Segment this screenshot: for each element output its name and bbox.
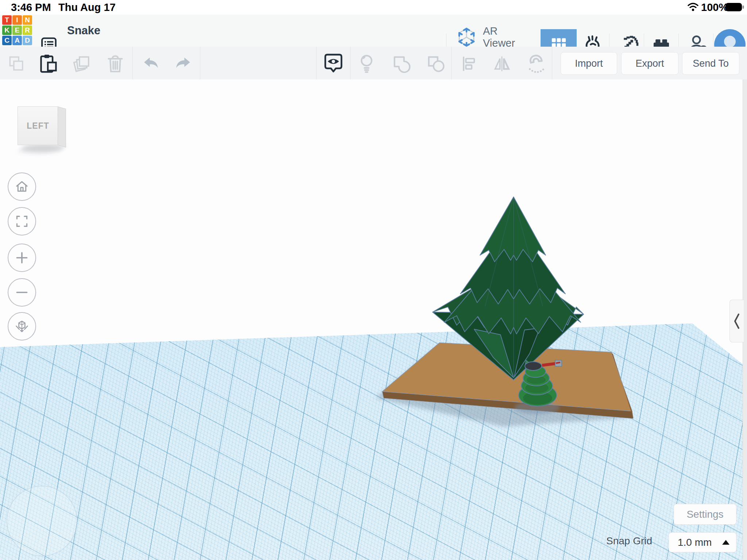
- show-all-button[interactable]: [323, 52, 344, 74]
- tinkercad-logo[interactable]: TINKERCAD: [2, 15, 32, 45]
- align-icon: [461, 55, 478, 72]
- send-to-button[interactable]: Send To: [682, 52, 739, 75]
- logo-tile-e: E: [12, 26, 22, 35]
- logo-tile-n: N: [23, 15, 32, 25]
- logo-tile-a: A: [12, 36, 22, 45]
- ar-viewer-label: AR Viewer: [483, 25, 533, 49]
- fit-view-icon: [15, 214, 29, 228]
- toolbar-divider: [132, 47, 133, 79]
- ruler-magnet-button[interactable]: [525, 53, 546, 74]
- toolbar-divider: [316, 47, 317, 79]
- lightbulb-icon: [358, 54, 375, 73]
- home-view-button[interactable]: [8, 172, 36, 201]
- mirror-button[interactable]: [492, 55, 512, 73]
- header-bar: TINKERCAD Snake: [0, 15, 747, 47]
- ar-viewer-button[interactable]: AR Viewer: [456, 26, 533, 49]
- snap-grid-value: 1.0 mm: [678, 537, 712, 548]
- wifi-icon: [687, 2, 699, 12]
- import-label: Import: [575, 58, 603, 69]
- ungroup-icon: [427, 55, 446, 73]
- mirror-icon: [492, 55, 511, 72]
- trash-icon: [107, 54, 124, 73]
- copy-button[interactable]: [7, 55, 26, 73]
- fit-view-button[interactable]: [8, 207, 36, 236]
- settings-label: Settings: [686, 509, 723, 520]
- zoom-out-button[interactable]: [8, 278, 36, 307]
- battery-icon: [725, 3, 744, 12]
- export-label: Export: [635, 58, 664, 69]
- redo-icon: [174, 56, 192, 71]
- light-button[interactable]: [357, 53, 376, 74]
- view-cube-front-face[interactable]: LEFT: [18, 106, 58, 145]
- export-button[interactable]: Export: [621, 52, 678, 75]
- touch-ring: [7, 486, 77, 556]
- toolbar-divider: [451, 47, 452, 79]
- design-title: Snake: [67, 24, 100, 37]
- paste-icon: [39, 54, 58, 74]
- toolbar-divider: [552, 47, 552, 79]
- duplicate-icon: [73, 55, 91, 73]
- logo-tile-t: T: [2, 15, 12, 25]
- logo-tile-k: K: [2, 26, 12, 35]
- undo-button[interactable]: [142, 55, 160, 72]
- orthographic-toggle-button[interactable]: [8, 312, 36, 341]
- view-cube[interactable]: LEFT LEFT: [18, 105, 66, 156]
- toolbar-divider: [200, 47, 200, 79]
- magnet-icon: [526, 54, 545, 74]
- tinkercad-app: 3:46 PM Thu Aug 17 100% TINKERCAD: [0, 0, 747, 560]
- chevron-left-icon: [733, 313, 740, 330]
- plus-icon: [15, 250, 29, 265]
- snap-grid-dropdown[interactable]: 1.0 mm: [669, 532, 736, 552]
- caret-up-icon: [722, 540, 729, 545]
- ar-viewer-cube-icon: [456, 27, 477, 48]
- group-button[interactable]: [392, 54, 412, 74]
- view-cube-side-face[interactable]: LEFT: [58, 106, 66, 148]
- align-button[interactable]: [460, 55, 479, 73]
- show-all-eye-icon: [324, 53, 343, 74]
- logo-tile-r: R: [23, 26, 32, 35]
- toolbar: Import Export Send To: [0, 47, 747, 80]
- home-icon: [15, 179, 29, 194]
- delete-button[interactable]: [106, 54, 125, 74]
- logo-tile-d: D: [23, 36, 32, 45]
- logo-tile-c: C: [2, 36, 12, 45]
- view-cube-side-label: LEFT: [58, 115, 59, 125]
- redo-button[interactable]: [174, 55, 193, 72]
- battery-percent: 100%: [701, 1, 728, 13]
- import-button[interactable]: Import: [561, 52, 617, 75]
- duplicate-button[interactable]: [72, 54, 92, 74]
- clock-date: Thu Aug 17: [58, 1, 116, 13]
- clock-time: 3:46 PM: [11, 1, 51, 13]
- copy-icon: [8, 55, 25, 72]
- toolbar-divider: [350, 47, 351, 79]
- orthographic-cube-icon: [14, 319, 30, 334]
- panel-expand-tab[interactable]: [729, 300, 744, 342]
- minus-icon: [15, 285, 29, 300]
- paste-button[interactable]: [39, 53, 58, 74]
- send-to-label: Send To: [693, 58, 729, 69]
- undo-icon: [142, 56, 160, 71]
- ungroup-button[interactable]: [426, 54, 446, 74]
- logo-tile-i: I: [12, 15, 22, 25]
- zoom-in-button[interactable]: [8, 244, 36, 272]
- status-bar: 3:46 PM Thu Aug 17 100%: [0, 0, 747, 15]
- snap-grid-label: Snap Grid: [606, 535, 652, 547]
- group-icon: [392, 55, 411, 73]
- settings-button[interactable]: Settings: [674, 504, 736, 525]
